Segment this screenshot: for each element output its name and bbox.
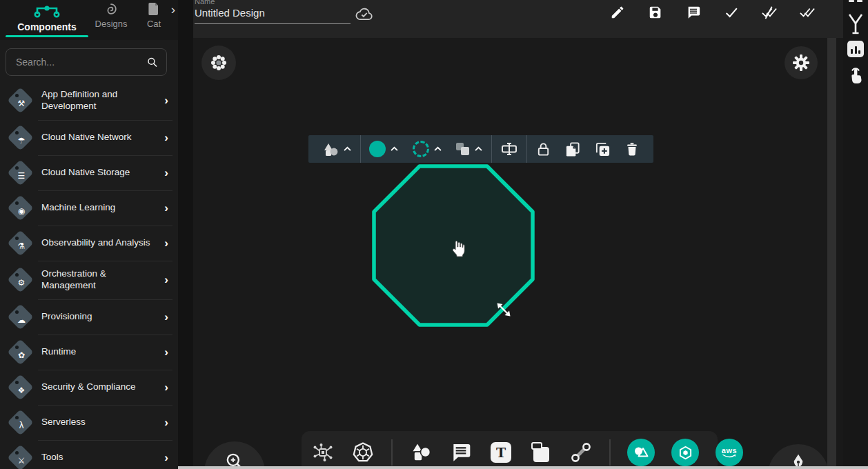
chevron-right-icon: › — [164, 310, 168, 324]
shapes-icon — [409, 441, 433, 464]
lock-button[interactable] — [529, 141, 558, 157]
sidebar-item-machine-learning[interactable]: ◉ Machine Learning › — [0, 190, 178, 226]
text-tool-button[interactable]: T — [489, 439, 513, 466]
tab-catalog[interactable]: Cat — [139, 1, 168, 39]
sidebar-item-orchestration[interactable]: ⚙ Orchestration & Management › — [0, 261, 178, 299]
shapes-tool-button[interactable] — [409, 439, 433, 466]
search-input[interactable] — [6, 57, 146, 68]
save-button[interactable] — [647, 4, 664, 21]
note-tool-button[interactable] — [529, 439, 553, 466]
machine-learning-tag-icon: ◉ — [6, 193, 36, 223]
double-check-crossed-button[interactable] — [761, 4, 778, 21]
main-area: Name — [193, 0, 843, 469]
chevron-right-icon: › — [164, 273, 168, 287]
fill-color-button[interactable] — [362, 141, 406, 157]
sidebar-item-security-compliance[interactable]: ❖ Security & Compliance › — [0, 370, 178, 405]
sidebar-item-tools[interactable]: ⚔ Tools › — [0, 440, 178, 469]
arrange-layers-icon — [456, 143, 470, 156]
flask-y-button[interactable] — [845, 12, 866, 37]
aws-group-button[interactable]: aws — [716, 439, 743, 466]
catalog-file-icon — [147, 1, 161, 17]
circuit-node-icon — [312, 441, 334, 463]
name-label: Name — [195, 0, 352, 6]
sidebar-item-runtime[interactable]: ✿ Runtime › — [0, 335, 178, 370]
settings-gear-button[interactable] — [785, 46, 818, 79]
runtime-tag-icon: ✿ — [6, 337, 36, 368]
edge-link-button[interactable] — [569, 439, 593, 466]
add-copy-button[interactable] — [588, 141, 618, 157]
design-name-field: Name — [195, 0, 352, 24]
comment-button[interactable] — [685, 4, 702, 21]
teal-hexagon-group-button[interactable] — [671, 439, 699, 466]
shape-picker-button[interactable] — [315, 142, 359, 157]
provisioning-tag-icon: ☁ — [6, 302, 36, 332]
component-search — [6, 48, 167, 76]
tab-components-label: Components — [6, 21, 88, 32]
chevron-up-icon — [390, 146, 399, 152]
header-actions — [609, 4, 816, 21]
sidebar-item-cloud-native-network[interactable]: ☂ Cloud Native Network › — [0, 120, 178, 155]
tab-catalog-label: Cat — [139, 19, 168, 29]
teal-hexagon-icon — [678, 445, 693, 461]
network-tag-icon: ☂ — [6, 123, 36, 153]
sidebar-item-serverless[interactable]: λ Serverless › — [0, 405, 178, 440]
delete-button[interactable] — [618, 141, 647, 157]
flower-loader-button[interactable] — [201, 46, 236, 80]
edit-pencil-button[interactable] — [609, 4, 626, 21]
duplicate-icon — [565, 141, 581, 157]
chevron-up-icon — [433, 146, 442, 152]
lock-icon — [535, 141, 551, 157]
storage-tag-icon: ☰ — [6, 158, 36, 188]
chevron-right-icon: › — [164, 416, 168, 430]
chevron-right-icon: › — [164, 201, 168, 215]
kubernetes-button[interactable] — [351, 439, 375, 466]
sidebar-tabbar: Components Designs Cat › — [0, 0, 178, 40]
sidebar-item-cloud-native-storage[interactable]: ☰ Cloud Native Storage › — [0, 155, 178, 190]
tab-designs[interactable]: Designs — [90, 1, 132, 39]
sidebar-item-app-definition[interactable]: ⚒ App Definition and Development › — [0, 81, 178, 120]
add-copy-icon — [595, 141, 611, 157]
design-canvas[interactable]: T — [193, 38, 827, 469]
teal-shapes-group-button[interactable] — [627, 439, 655, 466]
chevron-right-icon: › — [164, 166, 168, 180]
toolbar-separator — [491, 135, 492, 163]
sidebar-item-provisioning[interactable]: ☁ Provisioning › — [0, 299, 178, 335]
stroke-style-button[interactable] — [406, 141, 449, 157]
design-name-input[interactable] — [195, 6, 351, 24]
arrange-layers-button[interactable] — [449, 143, 490, 156]
touch-interaction-icon — [847, 66, 865, 85]
pen-tool-button[interactable] — [768, 444, 827, 469]
zoom-in-button[interactable] — [204, 441, 265, 469]
chevron-right-icon: › — [164, 451, 168, 465]
chevron-right-icon: › — [164, 381, 168, 395]
bottom-dock: T — [302, 431, 718, 469]
bar-chart-button[interactable] — [847, 41, 864, 57]
flower-icon — [210, 54, 228, 72]
touch-interaction-button[interactable] — [847, 66, 865, 85]
orchestration-tag-icon: ⚙ — [6, 265, 36, 295]
tab-scroll-chevron-icon[interactable]: › — [171, 3, 175, 16]
shape-picker-icon — [322, 142, 339, 157]
double-check-button[interactable] — [799, 4, 816, 21]
serverless-tag-icon: λ — [6, 408, 36, 438]
right-dock-rail — [843, 0, 868, 469]
resize-handle-arrow[interactable] — [494, 300, 513, 319]
resize-width-button[interactable] — [493, 140, 525, 158]
vertical-scrollbar[interactable] — [827, 38, 836, 466]
columns-partial-icon — [849, 0, 862, 2]
check-button[interactable] — [723, 4, 740, 21]
dock-separator — [391, 439, 393, 466]
category-list: ⚒ App Definition and Development › ☂ Clo… — [0, 81, 178, 469]
toolbar-separator — [360, 135, 361, 163]
chevron-up-icon — [474, 146, 483, 152]
circuit-node-button[interactable] — [311, 439, 335, 466]
sidebar-item-observability[interactable]: ⚗ Observability and Analysis › — [0, 226, 178, 261]
chevron-right-icon: › — [164, 131, 168, 145]
chevron-right-icon: › — [164, 237, 168, 250]
search-icon[interactable] — [146, 55, 158, 69]
comment-tool-button[interactable] — [449, 439, 473, 466]
toolbar-separator — [526, 135, 527, 163]
horizontal-scrollbar[interactable] — [178, 466, 868, 469]
tab-components[interactable]: Components — [6, 0, 88, 39]
duplicate-button[interactable] — [558, 141, 588, 157]
